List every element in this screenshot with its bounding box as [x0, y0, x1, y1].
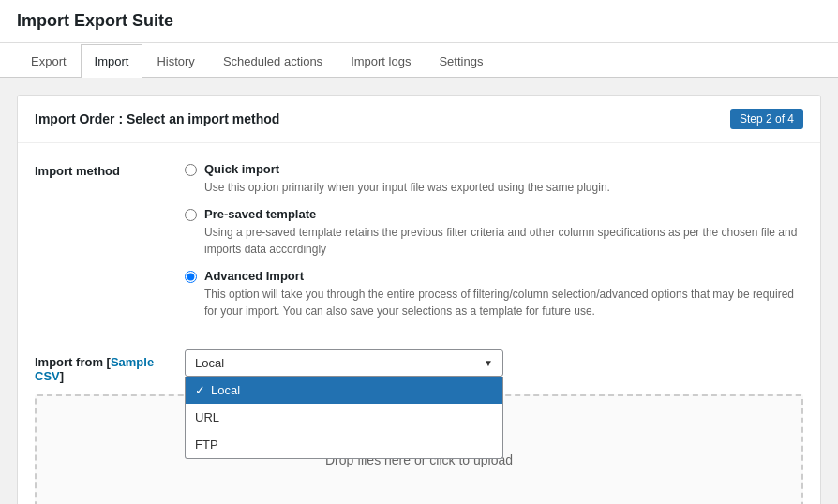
radio-desc-pre-saved: Using a pre-saved template retains the p… [204, 224, 803, 258]
tab-scheduled-actions[interactable]: Scheduled actions [209, 44, 337, 78]
tab-import[interactable]: Import [81, 44, 143, 78]
main-card: Import Order : Select an import method S… [17, 95, 821, 504]
radio-option-pre-saved[interactable]: Pre-saved template Using a pre-saved tem… [185, 207, 803, 258]
tab-history[interactable]: History [142, 44, 208, 78]
radio-desc-quick-import: Use this option primarily when your inpu… [204, 179, 610, 196]
card-title: Import Order : Select an import method [35, 111, 279, 126]
import-method-row: Import method Quick import Use this opti… [35, 162, 803, 331]
dropdown-label-local: Local [211, 383, 240, 397]
main-content: Import Order : Select an import method S… [0, 78, 838, 504]
radio-option-quick-import[interactable]: Quick import Use this option primarily w… [185, 162, 803, 196]
tabs-bar: Export Import History Scheduled actions … [0, 43, 838, 78]
radio-content-quick-import: Quick import Use this option primarily w… [204, 162, 610, 196]
import-from-bracket: ] [60, 369, 64, 383]
dropdown-wrapper: Local ▼ ✓ Local URL FTP [185, 349, 503, 377]
dropdown-item-url[interactable]: URL [186, 404, 502, 431]
step-badge: Step 2 of 4 [730, 109, 803, 129]
radio-quick-import[interactable] [185, 164, 197, 176]
radio-label-quick-import[interactable]: Quick import [204, 162, 279, 176]
dropdown-label-ftp: FTP [195, 437, 218, 452]
import-method-options: Quick import Use this option primarily w… [185, 162, 803, 331]
radio-label-pre-saved[interactable]: Pre-saved template [204, 207, 316, 221]
tab-export[interactable]: Export [17, 44, 81, 78]
chevron-down-icon: ▼ [484, 358, 493, 368]
radio-option-advanced[interactable]: Advanced Import This option will take yo… [185, 269, 803, 319]
dropdown-label-url: URL [195, 410, 219, 424]
radio-content-pre-saved: Pre-saved template Using a pre-saved tem… [204, 207, 803, 258]
app-title: Import Export Suite [17, 11, 173, 30]
radio-desc-advanced: This option will take you through the en… [204, 286, 803, 319]
dropdown-item-local[interactable]: ✓ Local [186, 377, 502, 404]
checkmark-icon: ✓ [195, 383, 205, 397]
tab-settings[interactable]: Settings [425, 44, 497, 78]
dropdown-trigger[interactable]: Local ▼ [185, 349, 503, 377]
radio-pre-saved[interactable] [185, 209, 197, 221]
card-header: Import Order : Select an import method S… [18, 96, 820, 143]
dropdown-selected-value: Local [195, 356, 224, 370]
radio-advanced[interactable] [185, 271, 197, 283]
card-body: Import method Quick import Use this opti… [18, 143, 820, 504]
import-from-row: Import from [Sample CSV] Local ▼ ✓ Local… [35, 349, 803, 383]
import-method-label: Import method [35, 162, 185, 178]
radio-content-advanced: Advanced Import This option will take yo… [204, 269, 803, 319]
dropdown-menu: ✓ Local URL FTP [185, 377, 503, 459]
import-from-text: Import from [ [35, 355, 111, 369]
dropdown-item-ftp[interactable]: FTP [186, 431, 502, 458]
tab-import-logs[interactable]: Import logs [337, 44, 425, 78]
import-from-label: Import from [Sample CSV] [35, 349, 185, 383]
app-header: Import Export Suite [0, 0, 838, 43]
radio-label-advanced[interactable]: Advanced Import [204, 269, 304, 283]
